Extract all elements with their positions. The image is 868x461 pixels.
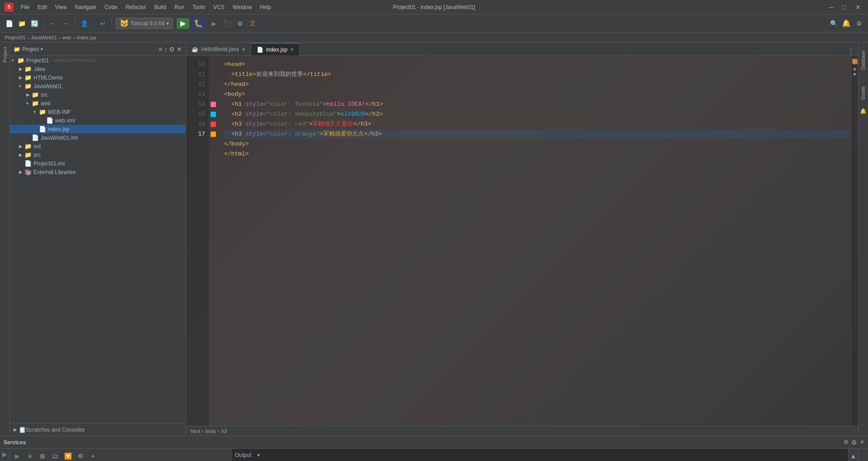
services-config-icon[interactable]: ⚙ [851,439,857,446]
srv-add-button[interactable]: + [88,451,99,461]
color-indicator-pink[interactable] [211,102,216,107]
settings-icon[interactable]: ⚙ [169,46,175,53]
output-expand-button[interactable]: ▾ [253,450,264,461]
srv-group-button[interactable]: 🗂 [50,451,61,461]
run-icon-left[interactable]: ▶ [2,451,7,458]
tree-webinf[interactable]: ▾ 📁 WEB-INF [10,108,186,116]
tree-ext-libs[interactable]: ▶ 📚 External Libraries [10,168,186,176]
tree-idea[interactable]: ▶ 📁 .idea [10,65,186,73]
tree-web[interactable]: ▾ 📁 web [10,99,186,108]
indexjsp-tab-close[interactable]: ✕ [290,47,294,52]
gradle-tab[interactable]: Gradle [859,83,867,103]
tab-menu-icon[interactable]: ⋮ [847,47,854,56]
breadcrumb-project[interactable]: Project01 [5,35,25,40]
srv-collapse-button[interactable]: ≡ [24,451,35,461]
maximize-button[interactable]: □ [840,3,849,12]
tree-src[interactable]: ▶ 📁 src [10,90,186,99]
output-scroll-up[interactable]: ▲ [848,451,859,461]
scratches-consoles[interactable]: ▶ 🗒️ Scratches and Consoles [10,423,186,436]
sync-button[interactable]: 🔄 [29,18,40,29]
stop-button[interactable]: ⬛ [222,18,233,29]
close-button[interactable]: ✕ [853,3,863,12]
tree-javaweb01iml[interactable]: ▶ 📄 JavaWeb01.iml [10,133,186,142]
search-everywhere-button[interactable]: 🔍 [828,18,839,29]
scroll-up-arrow[interactable]: ▲ [853,66,857,71]
color-indicator-red[interactable] [211,122,216,127]
run-button[interactable]: ▶ [177,18,189,29]
tree-project01iml[interactable]: ▶ 📄 Project01.iml [10,159,186,168]
tab-helloworldjava[interactable]: ☕ HelloWorld.java ✕ [186,43,251,56]
srv-settings-button[interactable]: ⚙ [75,451,86,461]
code-editor[interactable]: 10 11 12 13 14 15 16 17 [186,56,858,426]
project-tab[interactable]: Project [1,42,9,67]
translate-button[interactable]: 文 [247,18,258,29]
database-tab[interactable]: Database [859,47,867,74]
breadcrumb-html[interactable]: html [191,428,200,434]
menu-help[interactable]: Help [256,3,275,11]
notifications-button[interactable]: 🔔 [841,18,852,29]
services-close-icon[interactable]: ✕ [860,439,864,446]
tree-javaweb01[interactable]: ▾ 📁 JavaWeb01 [10,82,186,90]
color-indicator-blue[interactable] [211,112,216,117]
tree-webxml[interactable]: ▶ 📄 web.xml [10,116,186,125]
menu-navigate[interactable]: Navigate [71,3,100,11]
tree-indexjsp[interactable]: ▶ 📄 index.jsp [10,125,186,133]
menu-build[interactable]: Build [150,3,170,11]
srv-expand-button[interactable]: ⊞ [37,451,48,461]
code-line-12: </head> [224,80,851,89]
breadcrumb-h3[interactable]: h3 [221,428,227,434]
javaweb01iml-icon: 📄 [32,134,39,141]
undo-button[interactable]: ↩ [97,18,108,29]
menu-tools[interactable]: Tools [189,3,209,11]
profile-button[interactable]: 👤 [79,18,89,29]
breadcrumb-body[interactable]: body [205,428,216,434]
debug-button[interactable]: 🐛 [192,18,205,29]
scroll-to-source-icon[interactable]: ↕ [164,46,167,53]
tree-src-root[interactable]: ▶ 📁 src [10,151,186,159]
notifications-side-icon[interactable]: 🔔 [860,108,867,114]
helloworldjava-tab-close[interactable]: ✕ [242,47,245,52]
tree-out[interactable]: ▶ 📁 out [10,142,186,151]
back-button[interactable]: ← [47,18,58,29]
scratches-expand-arrow: ▶ [14,427,18,432]
collapse-all-icon[interactable]: ≡ [159,46,162,53]
gutter-15[interactable] [209,109,220,119]
menu-refactor[interactable]: Refactor [122,3,150,11]
services-header-actions: ⚙ ⚙ ✕ [844,439,864,446]
settings-button[interactable]: ⚙ [854,18,864,29]
gutter-16[interactable] [209,119,220,129]
srv-filter-button[interactable]: 🔽 [62,451,73,461]
gutter-17[interactable] [209,129,220,139]
project-dropdown-arrow[interactable]: ▾ [41,47,43,52]
menu-code[interactable]: Code [101,3,121,11]
menu-vcs[interactable]: VCS [210,3,228,11]
breadcrumb-module[interactable]: JavaWeb01 [31,35,57,40]
menu-window[interactable]: Window [229,3,256,11]
tomcat-config-selector[interactable]: 🐱 Tomcat 9.0.64 ▾ [116,18,173,29]
scroll-down-arrow[interactable]: ▼ [853,72,857,77]
menu-view[interactable]: View [52,3,70,11]
menu-edit[interactable]: Edit [34,3,51,11]
services-settings-icon[interactable]: ⚙ [844,439,849,446]
menu-file[interactable]: File [17,3,33,11]
code-line-10: <head> [224,60,851,70]
more-run-button[interactable]: ⚙ [235,18,245,29]
scratches-label: Scratches and Consoles [26,427,84,433]
menu-run[interactable]: Run [171,3,188,11]
run-coverage-button[interactable]: ▶ [207,18,220,29]
minimize-button[interactable]: ─ [826,3,836,12]
new-file-button[interactable]: 📄 [4,18,14,29]
tab-indexjsp[interactable]: 📄 index.jsp ✕ [251,43,300,56]
breadcrumb-folder[interactable]: web [62,35,71,40]
breadcrumb-file[interactable]: index.jsp [77,35,96,40]
tree-htmldemo[interactable]: ▶ 📁 HTMLDemo [10,73,186,82]
code-lines[interactable]: <head> <title>欢迎来到我的世界</title> </head> <… [220,56,851,426]
open-button[interactable]: 📁 [16,18,27,29]
tree-root[interactable]: ▾ 📁 Project01 ~\data\Code\Project01 [10,56,186,65]
srv-run-button[interactable]: ▶ [12,451,23,461]
gutter-14[interactable] [209,99,220,109]
line-num-17: 17 [186,129,205,139]
close-panel-icon[interactable]: ✕ [177,46,182,53]
forward-button[interactable]: → [60,18,71,29]
color-indicator-orange[interactable] [211,132,216,137]
